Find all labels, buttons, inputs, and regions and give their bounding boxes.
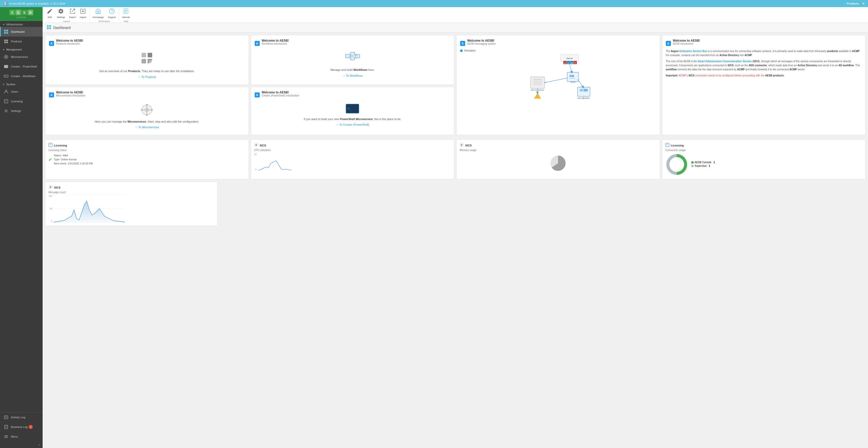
svg-point-30 (109, 9, 115, 14)
sidebar-section-system[interactable]: ▼ System (0, 81, 42, 87)
licensing-status-text: Status: Valid Type: Online license Next … (54, 154, 93, 166)
svg-text:AD: AD (536, 99, 539, 100)
ribbon-edit-button[interactable]: Edit (44, 7, 55, 20)
sics-cpu-card: SICS CPU utilization 20 0 (251, 140, 455, 179)
ribbon-export-button[interactable]: Export (67, 7, 78, 20)
svg-rect-83 (584, 89, 588, 92)
messaging-intro-card: A Welcome to AESB! AESB messaging system… (456, 35, 660, 135)
to-products-link[interactable]: → To Products (138, 76, 156, 79)
ribbon-support-button[interactable]: Support (106, 7, 118, 20)
to-workflows-link[interactable]: → To Workflows (342, 74, 363, 77)
svg-line-29 (72, 9, 75, 12)
products-body-text: Get an overview of our Products. They ar… (99, 69, 194, 73)
legend-dot-console (691, 161, 694, 164)
svg-rect-1 (6, 30, 8, 31)
products-intro-card: A Welcome to AESB! Products introduction… (45, 35, 249, 85)
ribbon-group-layout: Edit Settings Export (44, 7, 88, 23)
to-creator-ps-link[interactable]: → To Creator (PowerShell) (336, 123, 369, 126)
dashboard-icon (3, 29, 9, 34)
sics-memory-title: SICS (465, 144, 472, 147)
powershell-icon: >_ (3, 64, 9, 69)
ribbon-settings-button[interactable]: Settings (55, 7, 67, 20)
svg-rect-41 (142, 59, 146, 63)
svg-point-65 (569, 74, 572, 78)
svg-point-66 (572, 75, 574, 77)
svg-text:>_: >_ (347, 106, 352, 111)
creator-workflows-label: Creator - Workflows (11, 74, 35, 78)
svg-rect-46 (350, 52, 354, 55)
svg-rect-4 (4, 39, 6, 41)
sidebar-item-settings[interactable]: Settings (0, 106, 42, 116)
ribbon-homepage-button[interactable]: Homepage (91, 7, 106, 20)
sidebar-collapse-button[interactable]: « (0, 441, 42, 448)
help-group-label: Help (124, 20, 128, 23)
svg-rect-47 (350, 57, 354, 60)
card-icon-aesb-intro: A (666, 41, 671, 46)
notification-close-button[interactable]: ✕ (862, 2, 865, 6)
workflows-intro-card: A Welcome to AESB! Workflows introductio… (251, 35, 455, 85)
sidebar-item-creator-powershell[interactable]: >_ Creator - PowerShell (0, 62, 42, 71)
card-icon-messaging: A (460, 41, 465, 46)
svg-point-95 (141, 109, 143, 111)
sidebar-item-users[interactable]: Users (0, 87, 42, 96)
svg-line-85 (578, 79, 583, 87)
sidebar-item-creator-workflows[interactable]: Creator - Workflows (0, 71, 42, 81)
information-group-label: Information (98, 20, 110, 23)
svg-rect-82 (580, 89, 583, 92)
creator-ps-body-text: If you want to build your own PowerShell… (304, 117, 401, 121)
sidebar-item-business-log[interactable]: Business Log 2 (0, 422, 42, 432)
svg-point-9 (5, 56, 7, 58)
to-microservices-link[interactable]: → To Microservices (135, 126, 159, 129)
card-icon-workflows: A (255, 41, 260, 46)
sics-memory-card: SICS Memory usage (456, 140, 660, 179)
ribbon-manual-button[interactable]: Manual (120, 7, 132, 20)
sidebar-item-products[interactable]: Products (0, 36, 42, 46)
collapse-icon: « (38, 443, 40, 446)
svg-rect-37 (47, 27, 49, 29)
svg-text:>_: >_ (5, 66, 7, 68)
microservices-big-icon (141, 103, 153, 117)
page-title-icon (47, 25, 51, 30)
svg-rect-2 (4, 32, 6, 34)
sidebar-section-management[interactable]: ▼ Management (0, 46, 42, 52)
activity-log-icon (3, 415, 9, 420)
animation-label: Animation (464, 49, 475, 52)
svg-point-96 (151, 109, 153, 111)
sidebar-item-licensing[interactable]: Licensing (0, 96, 42, 106)
card-title-creator-ps: Welcome to AESB! (262, 91, 299, 94)
svg-rect-15 (4, 99, 8, 103)
sidebar-item-menu[interactable]: Menu (0, 432, 42, 441)
menu-label: Menu (11, 435, 18, 438)
memory-pie-svg (549, 154, 567, 172)
logo-subtitle: console (17, 16, 26, 19)
microservices-intro-card: A Welcome to AESB! Microservices introdu… (45, 87, 249, 135)
svg-rect-44 (148, 59, 152, 60)
sidebar-item-microservices[interactable]: Microservices (0, 52, 42, 62)
card-subtitle-creator-ps: Creator (PowerShell) introduction (262, 94, 299, 97)
licensing-conn-content: AESB Console 1 Supervisor 1 (665, 153, 862, 176)
manual-label: Manual (122, 16, 130, 19)
svg-rect-3 (6, 32, 8, 34)
sidebar-bottom: Activity Log Business Log 2 Menu « (0, 412, 42, 448)
svg-rect-6 (4, 41, 6, 43)
notification-bar: ℹ️ A new AESB update is available: 1.10.… (0, 0, 868, 7)
svg-point-94 (146, 114, 148, 116)
svg-text:A: A (564, 62, 566, 64)
settings-label: Settings (57, 16, 65, 19)
microservices-icon (3, 54, 9, 60)
sidebar-item-activity-log[interactable]: Activity Log (0, 413, 42, 422)
svg-point-18 (6, 111, 7, 112)
support-label: Support (108, 16, 116, 19)
sidebar-item-dashboard[interactable]: Dashboard (0, 27, 42, 36)
cpu-y-axis: 20 0 (254, 153, 257, 171)
svg-rect-35 (47, 25, 49, 27)
ribbon-import-button[interactable]: Import (78, 7, 89, 20)
sidebar-section-infrastructure[interactable]: ▼ Infrastructure (0, 21, 42, 27)
users-label: Users (11, 90, 18, 93)
licensing-conn-card: Licensing Connection usage (662, 140, 866, 179)
svg-text:P: P (575, 62, 576, 64)
legend-label-console: AESB Console (695, 161, 712, 164)
licensing-status-title: Licensing (54, 144, 67, 147)
notification-products-link[interactable]: → Products (843, 2, 859, 5)
settings-icon (58, 8, 64, 16)
